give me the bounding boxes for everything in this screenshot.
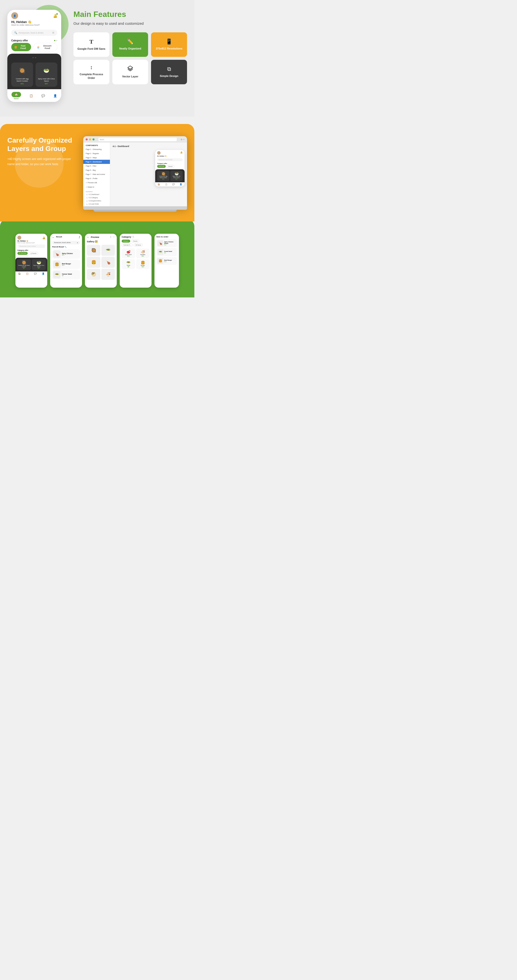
food-card-2[interactable]: 🥗 Spicy meat with Citrus Sauce $57 (35, 62, 57, 87)
laptop-main-content: 4.1 - Dashboard 🔔 Hi, Heldan 👋 Restauran… (110, 143, 187, 206)
sp-dark-section: 🥘 Cooked with egg Sweet Cookies $51 🥗 Sp… (16, 258, 47, 272)
mini-nav-home: 🏠 (158, 183, 160, 186)
order-item-1[interactable]: 🍗 Spicy Chicken Wings $12 (156, 239, 177, 247)
sp-food-card-1: 🥘 Cooked with egg Sweet Cookies $51 (17, 259, 31, 270)
result-content: ← Result ⤴ Restaurant, food & drinks ✕ F… (50, 234, 82, 281)
cat-all[interactable]: All Items (134, 243, 143, 247)
sidebar-item-detail[interactable]: ✓ Detail UI (83, 185, 110, 189)
section-features: 👤 🔔 Hi, Heldan 👋 Want to order delicious… (0, 0, 194, 117)
feature-card-resolutions[interactable]: 📱 375x812 Resolutions (151, 32, 187, 57)
sidebar-item-preview[interactable]: ✓ Preview UIB (83, 181, 110, 185)
laptop-base (83, 206, 187, 210)
result-item-3[interactable]: 🥗 Caesar Salad $9 (52, 270, 80, 279)
feature-label-vector-layer: Vector Layer (122, 75, 138, 78)
food-card-1[interactable]: 🥘 Cooked with egg Sweet Cookies $51 (11, 62, 33, 87)
gallery-item-5[interactable]: 🥙 (87, 269, 100, 280)
sidebar-section-label: mentation (83, 189, 110, 193)
gallery-nav-bar: ← Preview ⤴ ♡ (87, 236, 115, 239)
laptop-main-title: 4.1 - Dashboard (113, 145, 185, 148)
phone-greeting: Hi, Heldan 👋 Want to order delicious foo… (7, 20, 61, 28)
food-section: ⌃⌃ 🥘 Cooked with egg Sweet Cookies $51 🥗… (7, 54, 61, 89)
order-item-2[interactable]: 🥗 Greek Salad $9 (156, 248, 177, 256)
cat-item-price-4: $13 (138, 266, 148, 267)
result-item-info-1: Spicy Chicken $12 (62, 253, 79, 256)
sidebar-header: COMPONENTS (83, 143, 110, 147)
search-bar[interactable]: 🔍 Restaurant, food & drinks ⚙ (11, 30, 57, 36)
mini-food-card-2: 🥗 Spicy meat with Citrus Sauce $57 (170, 171, 182, 181)
mini-food-name-1: Cooked with egg Sweet Cookies (158, 176, 168, 178)
feature-card-neatly-organized[interactable]: ✏️ Neatly Organized (113, 32, 148, 57)
gallery-save-icon: ♡ (113, 236, 115, 239)
sidebar-sub-category[interactable]: 4.2-Category (83, 196, 110, 199)
gallery-item-2[interactable]: 🥗 (101, 245, 115, 256)
sp-nav-orders: 📋 (26, 272, 29, 275)
sp-food-price-2: $57 (33, 267, 45, 269)
phone-icon: 📱 (166, 38, 172, 45)
cat-dinners[interactable]: Dinners (122, 240, 130, 243)
url-bar[interactable]: BotUI (98, 138, 177, 141)
feature-label-process-order: Complete Process Order (77, 73, 106, 80)
dessert-label: Dessert Food (41, 45, 54, 49)
cat-german[interactable]: German F... (122, 243, 133, 247)
nav-home[interactable]: 🏠 Home (11, 92, 21, 99)
screen-order-partial: Item to order 🍗 Spicy Chicken Wings $12 … (154, 234, 179, 288)
feature-card-process-order[interactable]: ↕ Complete Process Order (73, 60, 109, 84)
drag-icon: ⌃⌃ (32, 57, 37, 60)
cat-item-3[interactable]: 🥗 Salad $8 (122, 259, 135, 269)
gallery-item-1[interactable]: 🥘 (87, 245, 100, 256)
mini-food-emoji-1: 🥘 (158, 172, 168, 176)
home-label: Home (14, 98, 19, 99)
font-icon: T (89, 38, 93, 45)
dot-inactive (56, 40, 57, 41)
cat-item-1[interactable]: 🥩 Spicy Beef $14 (122, 248, 135, 258)
result-item-info-2: Beef Burger $15 (62, 263, 79, 266)
cat-item-4[interactable]: 🍔 Burger $13 (136, 259, 149, 269)
result-item-2[interactable]: 🍔 Beef Burger $15 (52, 260, 80, 269)
category-items-grid: 🥩 Spicy Beef $14 🍜 Noodles $11 🥗 Salad $… (122, 248, 149, 269)
category-filter-row: Dinners Classic German F... All Items (122, 240, 149, 247)
sidebar-sub-search-food[interactable]: 4.5-Search Food (83, 205, 110, 206)
mini-food-emoji-2: 🥗 (171, 172, 182, 176)
laptop-base-bottom (94, 210, 176, 212)
result-item-emoji-1: 🍗 (53, 250, 60, 258)
result-search-clear: ✕ (77, 242, 78, 243)
sidebar-item-bag[interactable]: Page 6 - Bag (83, 168, 110, 172)
result-item-1[interactable]: 🍗 Spicy Chicken $12 (52, 250, 80, 259)
sidebar-item-filter[interactable]: Page 5 - Filter (83, 164, 110, 168)
orange-content: Carefully Organized Layers and Group +40… (7, 136, 187, 212)
sidebar-item-profile[interactable]: Page 8 - Profile (83, 177, 110, 181)
feature-card-vector-layer[interactable]: Vector Layer (113, 60, 148, 84)
sidebar-item-rate[interactable]: Page 7 - Rate and review (83, 172, 110, 177)
gallery-item-4[interactable]: 🍗 (101, 257, 115, 268)
gallery-item-6[interactable]: 🍜 (101, 269, 115, 280)
sidebar-item-register[interactable]: Page 2 - Register (83, 151, 110, 156)
sp-food-emoji-1: 🥘 (18, 260, 30, 265)
sidebar-sub-expand-menu[interactable]: 4.3-Expand Menu (83, 199, 110, 202)
sidebar-item-maps[interactable]: Page 3 - Maps (83, 156, 110, 160)
gallery-item-3[interactable]: 🍔 (87, 257, 100, 268)
food-image-2: 🥗 (39, 64, 54, 77)
sidebar-sub-last-order[interactable]: 4.4-Last Order (83, 202, 110, 205)
result-search-bar: Restaurant, food & drinks ✕ (52, 241, 80, 245)
sidebar-sub-dashboard[interactable]: 4.1-Dashboard (83, 193, 110, 196)
nav-orders[interactable]: 📋 (29, 94, 33, 97)
nav-profile[interactable]: 👤 (53, 94, 57, 97)
cat-item-2[interactable]: 🍜 Noodles $11 (136, 248, 149, 258)
sidebar-item-onboarding[interactable]: Page 1 - Onboarding (83, 147, 110, 151)
dessert-food-button[interactable]: 🧁 Dessert Food (33, 43, 57, 51)
cat-classic[interactable]: Classic (131, 240, 139, 243)
mini-dessert-food: Dessert (167, 165, 174, 168)
nav-chat[interactable]: 💬 (41, 94, 45, 97)
sidebar-item-dashboard[interactable]: Page 4 - Dashboard (83, 160, 110, 164)
feature-card-simple-design[interactable]: ⧉ Simple Design (151, 60, 187, 84)
fast-food-button[interactable]: 🍔 Fast Food (11, 43, 31, 51)
sp-bottom-nav: 🏠 📋 💬 👤 (16, 272, 47, 276)
gallery-share-icon: ⤴ (110, 236, 111, 239)
feature-card-google-font[interactable]: T Google Font DM Sans (73, 32, 109, 57)
order-item-3[interactable]: 🍔 Beef Burger $15 (156, 257, 177, 265)
notification-bell: 🔔 (53, 14, 57, 18)
url-text: BotUI (100, 139, 104, 140)
mini-food-card-1: 🥘 Cooked with egg Sweet Cookies $51 (157, 171, 170, 181)
mini-dark-section: 🥘 Cooked with egg Sweet Cookies $51 🥗 Sp… (155, 169, 185, 182)
mini-search: Restaurant, food & drinks (157, 158, 182, 161)
